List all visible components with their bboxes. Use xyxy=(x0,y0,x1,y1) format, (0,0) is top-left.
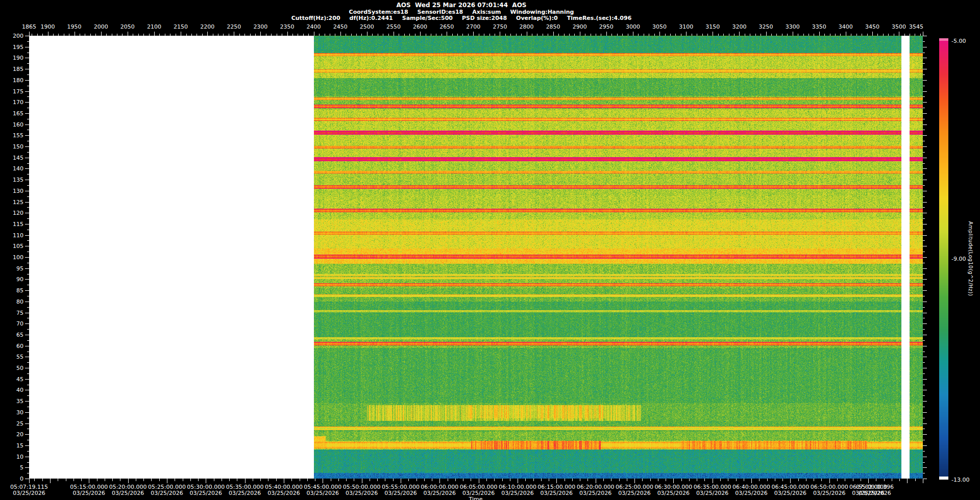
x-axis-tick xyxy=(253,479,253,481)
y-axis-tick xyxy=(25,457,29,457)
top-axis-tick xyxy=(48,32,48,36)
x-axis-tick xyxy=(229,479,230,481)
top-axis-tick-label: 3150 xyxy=(705,23,720,30)
x-axis-tick xyxy=(876,479,876,481)
top-axis-tick xyxy=(181,32,181,36)
x-axis-tick xyxy=(533,479,534,481)
x-axis-tick xyxy=(370,479,370,481)
top-axis-tick xyxy=(340,32,341,36)
y-axis-tick-label: 185 xyxy=(3,66,23,72)
y-axis-tick xyxy=(25,191,29,191)
x-axis-date-label: 03/25/2026 xyxy=(190,490,222,496)
y-axis-tick-right xyxy=(923,451,925,452)
x-axis-tick xyxy=(268,479,268,481)
x-axis-tick xyxy=(751,479,752,483)
y-axis-tick-right xyxy=(923,401,927,402)
x-axis-tick xyxy=(518,479,518,483)
y-axis-tick xyxy=(25,423,29,424)
y-axis-tick-label: 35 xyxy=(3,398,23,405)
top-axis-tick-label: 3500 xyxy=(892,23,906,30)
y-axis-tick-right xyxy=(923,379,927,380)
y-axis-tick-right xyxy=(923,218,925,219)
y-axis-tick xyxy=(25,479,29,479)
y-axis-tick xyxy=(25,335,29,335)
x-axis-date-label: 03/25/2026 xyxy=(229,490,261,496)
top-axis-tick xyxy=(580,32,580,36)
x-axis-tick xyxy=(323,479,323,483)
y-axis-tick-right xyxy=(923,329,925,330)
x-axis-tick xyxy=(689,479,690,481)
y-axis-tick-right xyxy=(923,473,925,473)
y-axis-tick xyxy=(25,168,29,169)
spectrogram-canvas[interactable] xyxy=(29,36,923,479)
x-axis-date-label: 03/25/2026 xyxy=(151,490,183,496)
top-axis-tick-label: 2850 xyxy=(546,23,560,30)
top-axis-tick-label: 2600 xyxy=(413,23,427,30)
x-axis-tick xyxy=(385,479,385,481)
top-axis-tick xyxy=(420,32,421,36)
x-axis-tick xyxy=(105,479,105,481)
x-axis-tick xyxy=(338,479,339,481)
x-axis-tick xyxy=(408,479,409,481)
top-axis-tick xyxy=(287,32,288,36)
y-axis-tick-right xyxy=(923,163,925,164)
y-axis-tick-right xyxy=(923,390,927,390)
y-axis-tick-label: 25 xyxy=(3,420,23,427)
x-axis-tick xyxy=(307,479,308,481)
x-axis-tick xyxy=(673,479,674,483)
x-axis-tick xyxy=(619,479,620,481)
y-axis-tick xyxy=(25,158,29,158)
top-axis-tick xyxy=(154,32,155,36)
y-axis-tick-right xyxy=(923,346,927,346)
y-axis-tick-right xyxy=(923,462,925,463)
y-axis-tick-label: 40 xyxy=(3,387,23,393)
top-axis-tick xyxy=(260,32,261,36)
x-axis-tick xyxy=(377,479,378,481)
y-axis-tick xyxy=(25,357,29,357)
x-axis-tick xyxy=(720,479,721,481)
top-axis-tick xyxy=(394,32,394,36)
x-axis-tick xyxy=(81,479,82,481)
top-axis-tick-label: 2300 xyxy=(253,23,267,30)
y-axis-tick xyxy=(25,290,29,291)
y-axis-tick-label: 175 xyxy=(3,88,23,94)
x-axis-tick xyxy=(167,479,167,483)
top-axis-tick-label: 1865 xyxy=(22,23,36,30)
top-axis-tick-label: 2500 xyxy=(360,23,374,30)
y-axis-tick-label: 200 xyxy=(3,33,23,39)
x-axis-tick xyxy=(821,479,822,481)
y-axis-tick-right xyxy=(923,213,927,213)
y-axis-tick-right xyxy=(923,368,927,368)
x-axis-tick xyxy=(611,479,611,481)
y-axis-tick xyxy=(25,268,29,269)
y-axis-tick-right xyxy=(923,429,925,429)
y-axis-tick xyxy=(25,467,29,468)
y-axis-tick-right xyxy=(923,357,927,357)
y-axis-tick-right xyxy=(923,58,927,58)
y-axis-tick xyxy=(25,279,29,280)
x-axis-tick xyxy=(245,479,246,483)
x-axis-tick xyxy=(222,479,222,481)
y-axis-tick-right xyxy=(923,168,927,169)
y-axis-tick-right xyxy=(923,69,927,69)
colorbar-min-label: -13.00 xyxy=(951,477,969,483)
x-axis-tick xyxy=(510,479,510,481)
top-axis-tick xyxy=(29,32,30,36)
y-axis-tick-right xyxy=(923,418,925,418)
y-axis-tick xyxy=(25,302,29,302)
x-axis-tick xyxy=(128,479,129,483)
y-axis-tick-right xyxy=(923,174,925,174)
x-axis-tick xyxy=(331,479,331,481)
colorbar-max-label: -5.00 xyxy=(951,38,966,44)
y-axis-tick-right xyxy=(923,457,927,457)
top-axis-tick-label: 2000 xyxy=(94,23,108,30)
x-axis-tick xyxy=(798,479,799,481)
x-axis-date-label: 03/25/2026 xyxy=(735,490,767,496)
top-axis-tick xyxy=(713,32,713,36)
y-axis-tick-right xyxy=(923,385,925,385)
x-axis-tick xyxy=(861,479,861,481)
top-axis-tick-label: 1950 xyxy=(67,23,82,30)
x-axis-tick xyxy=(759,479,760,481)
x-axis-tick xyxy=(502,479,503,481)
x-axis-tick xyxy=(159,479,160,481)
